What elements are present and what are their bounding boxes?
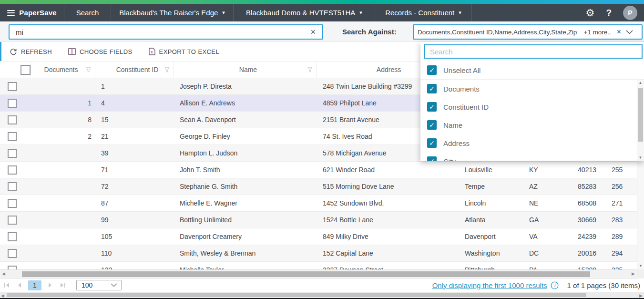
filter-funnel-icon[interactable]: [307, 67, 313, 72]
dropdown-item-city[interactable]: ✓City: [420, 152, 637, 161]
dropdown-item-unselect-all[interactable]: ✓ Unselect All: [420, 61, 644, 79]
table-row[interactable]: 71John T. Smith621 Winder RoadLouisville…: [0, 162, 637, 178]
nav-dropdown-database[interactable]: Blackbaud Demo & HVTEST51HA ▾: [234, 4, 375, 21]
scrollbar-thumb[interactable]: [22, 271, 590, 277]
row-select-cell: [0, 249, 31, 258]
dropdown-item-address[interactable]: ✓Address: [420, 134, 637, 152]
checked-checkbox-icon[interactable]: ✓: [427, 102, 437, 112]
cell-zip: 20016: [553, 249, 603, 257]
dropdown-item-constituent-id[interactable]: ✓Constituent ID: [420, 98, 637, 116]
choose-fields-button[interactable]: CHOOSE FIELDS: [68, 48, 133, 55]
previous-page-button[interactable]: [17, 282, 21, 288]
nav-dropdown-record-type[interactable]: Records - Constituent ▾: [375, 4, 472, 21]
scroll-up-icon[interactable]: ▲: [637, 81, 644, 85]
cell-city: Atlanta: [455, 216, 520, 224]
checked-checkbox-icon[interactable]: ✓: [427, 138, 437, 148]
row-checkbox[interactable]: [8, 249, 17, 258]
last-page-button[interactable]: [60, 282, 66, 288]
chevron-down-icon[interactable]: [626, 30, 633, 34]
cell-documents: 8: [31, 116, 95, 124]
table-row[interactable]: 110Smith, Wesley & Brennan152 Capital La…: [0, 245, 637, 262]
row-checkbox[interactable]: [8, 165, 17, 175]
scroll-left-icon[interactable]: ◀: [2, 271, 5, 276]
excel-file-icon: x: [149, 48, 155, 55]
clear-fields-icon[interactable]: ×: [617, 28, 621, 36]
dropdown-item-documents[interactable]: ✓Documents: [420, 80, 637, 98]
search-input[interactable]: [10, 28, 304, 36]
row-select-cell: [0, 232, 31, 241]
results-limit-link[interactable]: Only displaying the first 1000 results i: [432, 281, 559, 289]
cell-zip: 85283: [553, 183, 603, 190]
select-all-header-cell: [0, 62, 31, 78]
dropdown-item-name[interactable]: ✓Name: [420, 116, 637, 134]
filter-funnel-icon[interactable]: [86, 67, 91, 72]
cell-name: Bottling Unlimited: [174, 216, 317, 224]
row-checkbox[interactable]: [8, 182, 17, 191]
clear-search-icon[interactable]: ×: [304, 28, 322, 36]
cell-city: Louisville: [455, 166, 520, 174]
table-row[interactable]: 122Michelle Taylor3327 Dawson StreetPitt…: [0, 262, 637, 269]
checked-checkbox-icon[interactable]: ✓: [427, 156, 437, 161]
row-select-cell: [0, 82, 31, 91]
checked-checkbox-icon[interactable]: ✓: [427, 84, 437, 93]
dropdown-search-input[interactable]: [425, 48, 642, 56]
nav-item-search[interactable]: Search: [64, 4, 111, 21]
dropdown-item-label: Address: [443, 139, 470, 147]
table-row[interactable]: 87Michelle E. Wagner1452 Sundown Blvd.Li…: [0, 195, 637, 212]
search-against-multiselect[interactable]: Documents,Constituent ID,Name,Address,Ci…: [413, 24, 643, 40]
user-avatar[interactable]: P: [623, 6, 637, 20]
scroll-left-icon[interactable]: ◀: [1, 293, 4, 298]
header-documents[interactable]: Documents: [31, 62, 95, 78]
table-horizontal-scrollbar[interactable]: ◀ ▶: [0, 269, 637, 278]
row-select-cell: [0, 165, 31, 175]
export-to-excel-button[interactable]: x EXPORT TO EXCEL: [149, 48, 219, 55]
settings-gear-icon[interactable]: ⚙: [586, 8, 595, 18]
scrollbar-thumb[interactable]: [638, 88, 643, 142]
row-select-cell: [0, 115, 31, 124]
row-checkbox[interactable]: [8, 132, 17, 141]
scroll-right-icon[interactable]: ▶: [632, 271, 635, 276]
search-bar-row: × Search Against: Documents,Constituent …: [0, 21, 644, 42]
cell-record: 256: [603, 183, 637, 190]
row-checkbox[interactable]: [8, 82, 17, 91]
dropdown-scrollbar[interactable]: ▲ ▼: [637, 80, 644, 161]
svg-text:i: i: [553, 283, 555, 288]
cell-state: VA: [520, 233, 553, 240]
row-select-cell: [0, 182, 31, 191]
filter-funnel-icon[interactable]: [164, 67, 170, 72]
next-page-button[interactable]: [48, 282, 53, 288]
current-page-button[interactable]: 1: [28, 280, 41, 290]
scroll-right-icon[interactable]: ▶: [639, 293, 643, 298]
row-checkbox[interactable]: [8, 149, 17, 158]
page-size-select[interactable]: 100: [76, 280, 122, 290]
checked-checkbox-icon[interactable]: ✓: [427, 65, 437, 75]
row-checkbox[interactable]: [8, 266, 17, 270]
header-name[interactable]: Name: [174, 62, 317, 78]
page-horizontal-scrollbar[interactable]: ◀ ▶: [0, 292, 644, 298]
hamburger-menu-icon[interactable]: [7, 10, 15, 16]
help-icon[interactable]: ?: [606, 8, 612, 18]
header-constituent-id[interactable]: Constituent ID: [95, 62, 174, 78]
checked-checkbox-icon[interactable]: ✓: [427, 120, 437, 130]
scroll-down-icon[interactable]: ▼: [637, 155, 644, 160]
search-against-value: Documents,Constituent ID,Name,Address,Ci…: [418, 29, 577, 36]
cell-zip: 15208: [553, 266, 603, 269]
row-checkbox[interactable]: [8, 115, 17, 124]
nav-dropdown-application[interactable]: Blackbaud's The Raiser's Edge ▾: [111, 4, 234, 21]
table-row[interactable]: 99Bottling Unlimited1524 Bottle LaneAtla…: [0, 212, 637, 228]
row-checkbox[interactable]: [8, 232, 17, 241]
row-select-cell: [0, 149, 31, 158]
app-menu-brand[interactable]: PaperSave: [0, 4, 64, 21]
brand-name: PaperSave: [19, 9, 57, 17]
scrollbar-thumb[interactable]: [7, 293, 586, 297]
scroll-down-icon[interactable]: ▼: [637, 264, 644, 268]
table-row[interactable]: 105Davenport Creamery849 Milky DriveDave…: [0, 228, 637, 245]
refresh-button[interactable]: REFRESH: [10, 48, 52, 55]
row-checkbox[interactable]: [8, 199, 17, 208]
cell-constituent-id: 15: [95, 116, 174, 124]
first-page-button[interactable]: [4, 282, 10, 288]
row-checkbox[interactable]: [8, 99, 17, 108]
table-row[interactable]: 72Stephanie G. Smith515 Morning Dove Lan…: [0, 178, 637, 195]
select-all-checkbox[interactable]: [20, 65, 31, 75]
row-checkbox[interactable]: [8, 216, 17, 225]
